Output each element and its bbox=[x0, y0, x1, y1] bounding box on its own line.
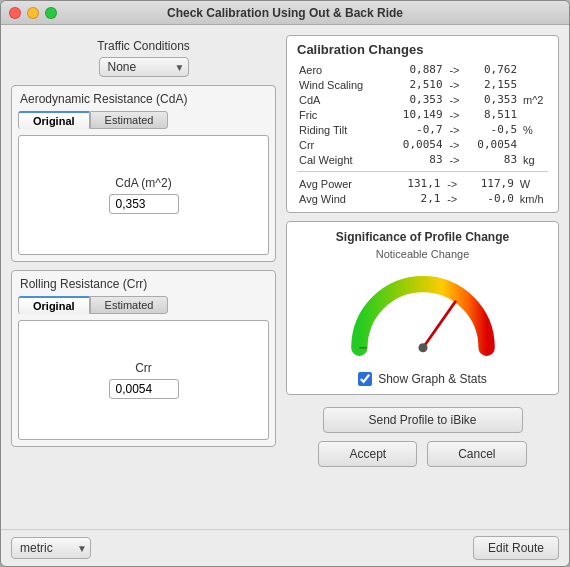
left-panel: Traffic Conditions None ▼ Aerodynamic Re… bbox=[11, 35, 276, 519]
sig-title: Significance of Profile Change bbox=[336, 230, 509, 244]
send-profile-button[interactable]: Send Profile to iBike bbox=[323, 407, 523, 433]
calib-row-to: 0,353 bbox=[464, 92, 519, 107]
calib-row: CdA 0,353 -> 0,353 m^2 bbox=[297, 92, 548, 107]
avg-row: Avg Power 131,1 -> 117,9 W bbox=[297, 176, 548, 191]
gauge-needle bbox=[423, 302, 455, 348]
calib-arrow-icon: -> bbox=[445, 107, 465, 122]
aero-tabs: Original Estimated bbox=[18, 111, 269, 129]
calib-row: Riding Tilt -0,7 -> -0,5 % bbox=[297, 122, 548, 137]
calib-row: Aero 0,887 -> 0,762 bbox=[297, 62, 548, 77]
crr-tab-estimated[interactable]: Estimated bbox=[90, 296, 169, 314]
calib-row-unit bbox=[519, 107, 548, 122]
edit-route-button[interactable]: Edit Route bbox=[473, 536, 559, 560]
maximize-button[interactable] bbox=[45, 7, 57, 19]
calibration-table: Aero 0,887 -> 0,762 Wind Scaling 2,510 -… bbox=[297, 62, 548, 167]
avg-row-label: Avg Power bbox=[297, 176, 383, 191]
right-panel: Calibration Changes Aero 0,887 -> 0,762 … bbox=[286, 35, 559, 519]
show-graph-label: Show Graph & Stats bbox=[378, 372, 487, 386]
crr-input[interactable] bbox=[109, 379, 179, 399]
calib-row-to: 8,511 bbox=[464, 107, 519, 122]
avg-arrow-icon: -> bbox=[442, 176, 461, 191]
cancel-button[interactable]: Cancel bbox=[427, 441, 526, 467]
calib-row-label: Aero bbox=[297, 62, 384, 77]
avg-row-to: -0,0 bbox=[462, 191, 516, 206]
calib-row-from: 0,353 bbox=[384, 92, 444, 107]
avg-row-unit: km/h bbox=[516, 191, 548, 206]
aero-inner-box: CdA (m^2) bbox=[18, 135, 269, 255]
metric-select[interactable]: metric imperial bbox=[11, 537, 91, 559]
aero-tab-estimated[interactable]: Estimated bbox=[90, 111, 169, 129]
action-buttons: Send Profile to iBike Accept Cancel bbox=[286, 403, 559, 471]
crr-label: Crr bbox=[135, 361, 152, 375]
calib-arrow-icon: -> bbox=[445, 137, 465, 152]
calib-row: Crr 0,0054 -> 0,0054 bbox=[297, 137, 548, 152]
calib-row-from: 0,887 bbox=[384, 62, 444, 77]
crr-tabs: Original Estimated bbox=[18, 296, 269, 314]
traffic-label: Traffic Conditions bbox=[97, 39, 190, 53]
calib-row-from: 0,0054 bbox=[384, 137, 444, 152]
calib-row-unit bbox=[519, 77, 548, 92]
cda-input[interactable] bbox=[109, 194, 179, 214]
avg-arrow-icon: -> bbox=[442, 191, 461, 206]
calib-row-from: 83 bbox=[384, 152, 444, 167]
accept-cancel-row: Accept Cancel bbox=[318, 441, 526, 467]
calib-row-from: 10,149 bbox=[384, 107, 444, 122]
calib-row-label: Wind Scaling bbox=[297, 77, 384, 92]
aero-section-title: Aerodynamic Resistance (CdA) bbox=[18, 92, 269, 106]
avg-row-to: 117,9 bbox=[462, 176, 516, 191]
svg-line-6 bbox=[423, 302, 455, 348]
show-graph-checkbox[interactable] bbox=[358, 372, 372, 386]
main-content: Traffic Conditions None ▼ Aerodynamic Re… bbox=[1, 25, 569, 529]
calib-row: Cal Weight 83 -> 83 kg bbox=[297, 152, 548, 167]
calibration-section: Calibration Changes Aero 0,887 -> 0,762 … bbox=[286, 35, 559, 213]
crr-tab-original[interactable]: Original bbox=[18, 296, 90, 314]
calib-row-from: 2,510 bbox=[384, 77, 444, 92]
calib-row: Fric 10,149 -> 8,511 bbox=[297, 107, 548, 122]
calib-arrow-icon: -> bbox=[445, 77, 465, 92]
calib-row-unit: % bbox=[519, 122, 548, 137]
avg-row-unit: W bbox=[516, 176, 548, 191]
calib-row-unit bbox=[519, 62, 548, 77]
gauge-svg bbox=[323, 266, 523, 366]
bottom-bar: metric imperial ▼ Edit Route bbox=[1, 529, 569, 566]
traffic-select[interactable]: None bbox=[99, 57, 189, 77]
calib-row-label: CdA bbox=[297, 92, 384, 107]
aero-tab-original[interactable]: Original bbox=[18, 111, 90, 129]
calib-row-unit bbox=[519, 137, 548, 152]
accept-button[interactable]: Accept bbox=[318, 441, 417, 467]
calibration-title: Calibration Changes bbox=[297, 42, 548, 57]
calib-row-to: 2,155 bbox=[464, 77, 519, 92]
avg-row-label: Avg Wind bbox=[297, 191, 383, 206]
main-window: Check Calibration Using Out & Back Ride … bbox=[0, 0, 570, 567]
window-title: Check Calibration Using Out & Back Ride bbox=[167, 6, 403, 20]
avg-table: Avg Power 131,1 -> 117,9 W Avg Wind 2,1 … bbox=[297, 176, 548, 206]
calib-row-to: 0,0054 bbox=[464, 137, 519, 152]
calib-row-unit: m^2 bbox=[519, 92, 548, 107]
svg-point-7 bbox=[418, 343, 427, 352]
crr-section-title: Rolling Resistance (Crr) bbox=[18, 277, 269, 291]
cda-label: CdA (m^2) bbox=[115, 176, 171, 190]
calib-row-label: Riding Tilt bbox=[297, 122, 384, 137]
avg-row: Avg Wind 2,1 -> -0,0 km/h bbox=[297, 191, 548, 206]
calib-row-label: Crr bbox=[297, 137, 384, 152]
calib-arrow-icon: -> bbox=[445, 152, 465, 167]
calib-row-to: -0,5 bbox=[464, 122, 519, 137]
calib-row-to: 0,762 bbox=[464, 62, 519, 77]
calib-row-label: Cal Weight bbox=[297, 152, 384, 167]
calib-arrow-icon: -> bbox=[445, 122, 465, 137]
show-graph-row: Show Graph & Stats bbox=[358, 372, 487, 386]
crr-inner-box: Crr bbox=[18, 320, 269, 440]
minimize-button[interactable] bbox=[27, 7, 39, 19]
calib-row: Wind Scaling 2,510 -> 2,155 bbox=[297, 77, 548, 92]
calib-arrow-icon: -> bbox=[445, 62, 465, 77]
avg-row-from: 131,1 bbox=[383, 176, 442, 191]
avg-row-from: 2,1 bbox=[383, 191, 442, 206]
significance-section: Significance of Profile Change Noticeabl… bbox=[286, 221, 559, 395]
sig-subtitle: Noticeable Change bbox=[376, 248, 470, 260]
window-controls bbox=[9, 7, 57, 19]
metric-select-wrapper: metric imperial ▼ bbox=[11, 537, 91, 559]
calib-row-to: 83 bbox=[464, 152, 519, 167]
calib-arrow-icon: -> bbox=[445, 92, 465, 107]
crr-section: Rolling Resistance (Crr) Original Estima… bbox=[11, 270, 276, 447]
close-button[interactable] bbox=[9, 7, 21, 19]
